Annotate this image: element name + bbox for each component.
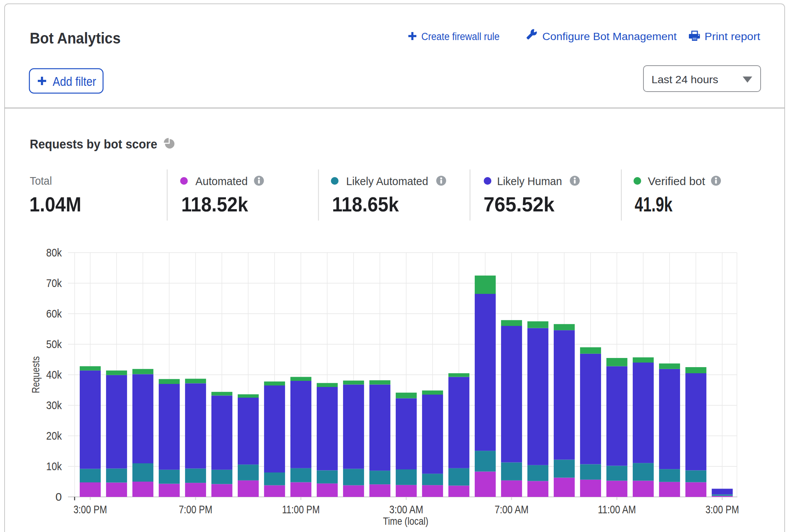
svg-text:30k: 30k xyxy=(46,399,62,411)
svg-text:Requests by bot score: Requests by bot score xyxy=(30,137,157,151)
svg-text:118.52k: 118.52k xyxy=(181,193,248,216)
svg-text:Time (local): Time (local) xyxy=(383,515,429,527)
svg-text:Likely Automated: Likely Automated xyxy=(346,175,428,187)
svg-text:10k: 10k xyxy=(46,460,62,472)
svg-text:0: 0 xyxy=(55,490,62,503)
svg-text:20k: 20k xyxy=(46,429,62,442)
svg-text:Likely Human: Likely Human xyxy=(497,175,562,187)
svg-text:Add filter: Add filter xyxy=(53,74,96,89)
svg-text:7:00 AM: 7:00 AM xyxy=(495,503,529,516)
svg-text:Configure Bot Management: Configure Bot Management xyxy=(542,31,677,42)
svg-text:Total: Total xyxy=(30,175,52,187)
svg-text:118.65k: 118.65k xyxy=(332,193,399,216)
svg-text:7:00 PM: 7:00 PM xyxy=(179,503,212,516)
svg-text:Requests: Requests xyxy=(30,356,42,393)
svg-text:11:00 AM: 11:00 AM xyxy=(598,503,636,516)
svg-text:80k: 80k xyxy=(46,246,62,259)
svg-text:Print report: Print report xyxy=(705,31,761,42)
svg-text:70k: 70k xyxy=(46,277,62,289)
svg-text:50k: 50k xyxy=(46,338,62,350)
svg-text:Verified bot: Verified bot xyxy=(648,175,706,187)
svg-text:Create firewall rule: Create firewall rule xyxy=(421,31,500,42)
svg-text:Bot Analytics: Bot Analytics xyxy=(30,29,121,47)
svg-text:Automated: Automated xyxy=(195,175,248,187)
svg-text:11:00 PM: 11:00 PM xyxy=(282,503,320,516)
svg-text:765.52k: 765.52k xyxy=(484,193,555,216)
svg-text:41.9k: 41.9k xyxy=(635,193,672,216)
svg-text:1.04M: 1.04M xyxy=(29,193,81,216)
svg-text:3:00 PM: 3:00 PM xyxy=(705,503,739,516)
svg-text:Last 24 hours: Last 24 hours xyxy=(651,73,718,85)
svg-text:3:00 PM: 3:00 PM xyxy=(73,503,107,516)
svg-text:40k: 40k xyxy=(46,368,62,381)
svg-text:3:00 AM: 3:00 AM xyxy=(389,503,423,516)
svg-text:60k: 60k xyxy=(46,307,62,320)
